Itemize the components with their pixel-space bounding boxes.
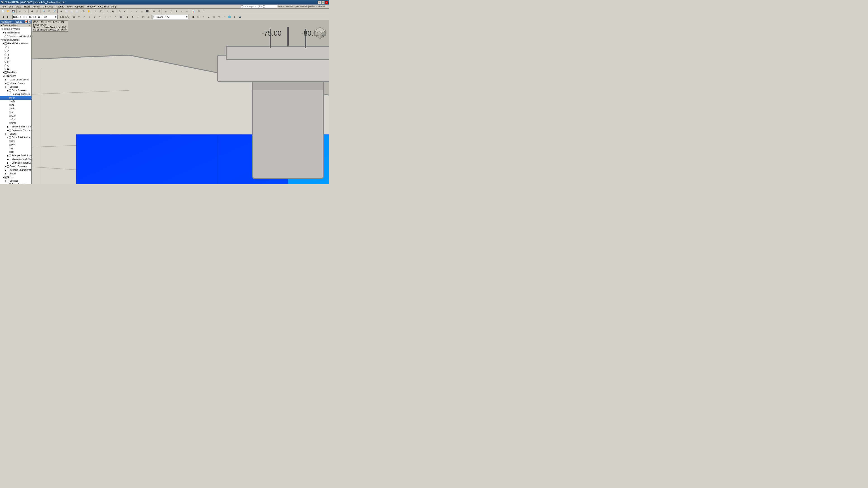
snap-button[interactable]: ⊕ [151, 9, 156, 14]
render2-button[interactable]: ◈ [232, 14, 237, 20]
nav-pin-button[interactable]: 📌 [25, 20, 27, 23]
tree-principal-stresses[interactable]: ▼ ✓ Principal Stresses [0, 92, 31, 96]
tree-t2m[interactable]: τ2,m [0, 118, 31, 121]
line-button[interactable]: ╱ [134, 9, 139, 14]
screenshot-button[interactable]: 📷 [237, 14, 242, 20]
checkbox-principal[interactable]: ✓ [9, 93, 11, 95]
line-draw-button[interactable]: ━ [179, 9, 184, 14]
check-button[interactable]: ✓ [122, 9, 127, 14]
tree-ux[interactable]: ux [0, 49, 31, 53]
radio-phiy[interactable] [4, 64, 6, 66]
radio-em[interactable] [9, 148, 11, 149]
tree-uy[interactable]: uy [0, 53, 31, 56]
arrows-button[interactable]: ↕ [103, 14, 107, 20]
tree-u[interactable]: u [0, 45, 31, 49]
radio-tm[interactable] [9, 111, 11, 113]
graph-button[interactable]: 📊 [191, 9, 196, 14]
checkbox-strains[interactable]: ✓ [7, 133, 9, 135]
tree-final-results[interactable]: ▼ Final Results [0, 31, 31, 35]
radio-ep[interactable] [9, 151, 11, 153]
rotate-button[interactable]: ↻ [81, 9, 86, 14]
tree-exx[interactable]: εxx+ [0, 139, 31, 143]
checkbox-local-def[interactable] [7, 78, 9, 81]
crosses-button[interactable]: ✕ [113, 14, 118, 20]
tree-principal-total[interactable]: ▶ Principal Total Strains [0, 154, 31, 158]
next-result-button[interactable]: ▶ [6, 14, 11, 20]
radio-eyy[interactable] [9, 144, 11, 146]
checkbox-int-forces[interactable] [7, 82, 9, 85]
section-button[interactable]: ✂ [76, 14, 82, 20]
symbol-button[interactable]: ★ [174, 9, 179, 14]
tree-solids[interactable]: ▼ ✓ Solids [0, 175, 31, 179]
radio-s2minus[interactable] [9, 108, 11, 109]
nav-expand-button[interactable]: ✕ [28, 24, 31, 27]
checkbox-members[interactable] [4, 71, 7, 74]
filter-button[interactable]: ▽ [98, 9, 103, 14]
tree-t1m[interactable]: τ1,m [0, 114, 31, 118]
tree-maximum-total[interactable]: ▶ Maximum Total Strains [0, 158, 31, 161]
pan-button[interactable]: ✋ [86, 9, 91, 14]
grid-button[interactable]: # [157, 9, 162, 14]
tree-tmax[interactable]: τmax [0, 121, 31, 125]
checkbox-stresses[interactable]: ✓ [7, 86, 9, 88]
copy-button[interactable]: ⧉ [35, 9, 40, 14]
tree-shape[interactable]: ▶ Shape [0, 172, 31, 175]
tree-s2plus[interactable]: σ2+ [0, 100, 31, 103]
tree-diff-initial[interactable]: Differences to initial state [0, 35, 31, 38]
tree-equivalent-total[interactable]: ▶ Equivalent Total Strains [0, 161, 31, 165]
min-button[interactable]: ⬇ [135, 14, 141, 20]
radio-final-results[interactable] [4, 32, 6, 34]
radio-s1minus[interactable] [9, 104, 11, 106]
checkbox-equiv[interactable] [9, 129, 11, 131]
checkbox-global[interactable] [4, 42, 7, 45]
menu-options[interactable]: Options [74, 5, 85, 8]
checkbox-cs[interactable] [7, 165, 9, 168]
animate-button[interactable]: ▷ [87, 14, 92, 20]
menu-help[interactable]: Help [110, 5, 118, 8]
radio-uy[interactable] [4, 54, 6, 55]
menu-cad-bim[interactable]: CAD-BIM [97, 5, 110, 8]
menu-calculate[interactable]: Calculate [41, 5, 55, 8]
label-button[interactable]: 🏷 [141, 14, 146, 20]
tree-internal-forces[interactable]: ▶ Internal Forces [0, 82, 31, 85]
checkbox-mt[interactable] [9, 158, 11, 160]
tree-surfaces[interactable]: ▼ ✓ Surfaces [0, 74, 31, 78]
tree-s2minus[interactable]: σ2- [0, 107, 31, 110]
wireframe-button[interactable]: ⬡ [196, 14, 201, 20]
tree-phiz[interactable]: φz [0, 67, 31, 71]
contour-button[interactable]: ⊘ [92, 14, 97, 20]
checkbox-ss[interactable]: ✓ [7, 180, 9, 182]
side-view-button[interactable]: ⬜ [74, 9, 79, 14]
checkbox-bts[interactable]: ✓ [9, 136, 11, 139]
surface-button[interactable]: ⬦ [140, 9, 145, 14]
csys-button[interactable]: ⌖ [222, 14, 227, 20]
tree-em[interactable]: ε- [0, 147, 31, 150]
maximize-button[interactable]: □ [321, 1, 324, 4]
radio-ux[interactable] [4, 50, 6, 52]
tree-s1plus[interactable]: σ1+ [0, 96, 31, 100]
checkbox-et[interactable] [9, 162, 11, 164]
radio-exx[interactable] [9, 140, 11, 142]
mode-button[interactable]: ⊞ [71, 14, 76, 20]
results-button[interactable]: ≡ [105, 9, 110, 14]
radio-phiz[interactable] [4, 68, 6, 70]
sc-button[interactable]: S:C [65, 14, 70, 20]
tree-static-analysis[interactable]: ▼ ✓ Static Analysis [0, 38, 31, 42]
radio-diff-initial[interactable] [4, 35, 6, 37]
radio-t2m[interactable] [9, 119, 11, 121]
checkbox-basic-stress[interactable] [9, 90, 11, 92]
close-button[interactable]: ✕ [325, 1, 328, 4]
cube-gizmo[interactable]: Top Front Right [313, 26, 327, 40]
node-button[interactable]: · [129, 9, 134, 14]
menu-insert[interactable]: Insert [22, 5, 31, 8]
minimize-button[interactable]: ─ [318, 1, 321, 4]
menu-file[interactable]: File [0, 5, 7, 8]
tree-tm[interactable]: τm [0, 110, 31, 114]
isolines-button[interactable]: ≡ [97, 14, 102, 20]
new-button[interactable]: 📄 [0, 9, 5, 14]
tree-phix[interactable]: φx [0, 60, 31, 64]
nav-close-button[interactable]: ✕ [28, 20, 31, 23]
deformation-button[interactable]: ≈ [82, 14, 87, 20]
print-button[interactable]: 🖨 [30, 9, 35, 14]
zoom-fit-button[interactable]: ⊡ [47, 9, 52, 14]
